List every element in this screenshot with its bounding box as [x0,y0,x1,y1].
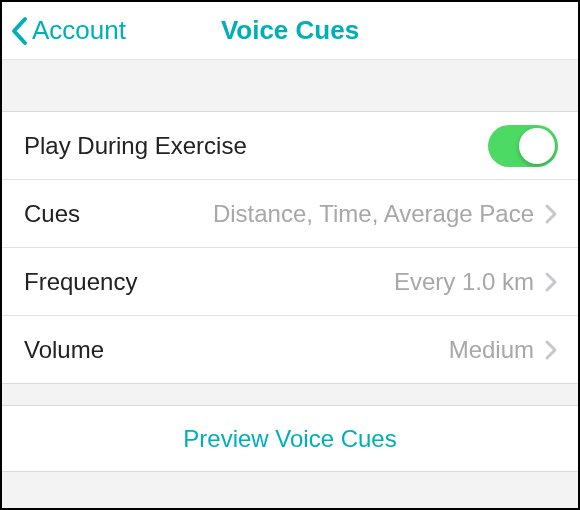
chevron-right-icon [544,271,558,293]
chevron-right-icon [544,339,558,361]
preview-label: Preview Voice Cues [183,425,396,453]
row-play-during-exercise: Play During Exercise [2,112,578,180]
chevron-left-icon [10,16,30,46]
section-spacer [2,384,578,406]
row-frequency[interactable]: Frequency Every 1.0 km [2,248,578,316]
row-volume[interactable]: Volume Medium [2,316,578,384]
back-button-label: Account [32,15,126,46]
section-spacer [2,472,578,508]
back-button[interactable]: Account [2,15,126,46]
nav-bar: Account Voice Cues [2,2,578,60]
row-value: Medium [449,336,534,364]
row-cues[interactable]: Cues Distance, Time, Average Pace [2,180,578,248]
row-label: Volume [24,336,104,364]
settings-group: Play During Exercise Cues Distance, Time… [2,112,578,384]
row-label: Frequency [24,268,137,296]
row-value: Distance, Time, Average Pace [213,200,534,228]
play-during-exercise-toggle[interactable] [488,125,558,167]
section-spacer [2,60,578,112]
chevron-right-icon [544,203,558,225]
row-label: Cues [24,200,80,228]
toggle-knob [519,128,555,164]
preview-voice-cues-button[interactable]: Preview Voice Cues [2,406,578,472]
row-value: Every 1.0 km [394,268,534,296]
row-label: Play During Exercise [24,132,247,160]
